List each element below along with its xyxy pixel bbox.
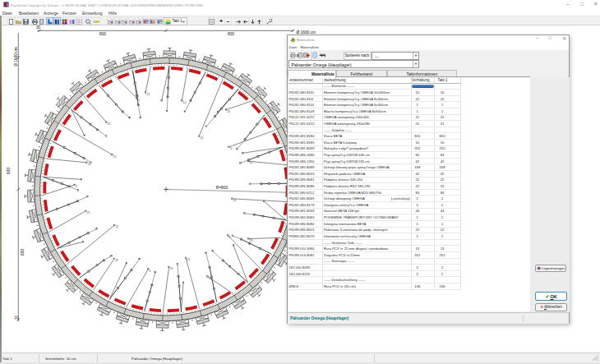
svg-text:30: 30 [36,25,41,30]
svg-text:21: 21 [200,136,203,140]
svg-text:800: 800 [228,32,234,36]
svg-text:5: 5 [138,99,140,102]
svg-text:12: 12 [249,161,252,164]
svg-text:25: 25 [170,267,173,270]
svg-text:5: 5 [150,270,151,273]
svg-text:25: 25 [250,239,253,242]
svg-text:800: 800 [7,168,11,174]
svg-text:25: 25 [227,110,230,113]
svg-text:R=800: R=800 [216,186,228,190]
svg-text:21: 21 [187,258,190,261]
svg-text:12: 12 [183,101,187,104]
svg-text:Ø 1600 cm: Ø 1600 cm [14,47,18,66]
svg-text:30: 30 [15,316,19,320]
svg-text:12: 12 [115,259,118,262]
svg-text:25: 25 [87,211,90,214]
svg-text:21: 21 [113,155,117,159]
svg-text:5: 5 [230,147,232,150]
svg-text:5: 5 [229,236,231,239]
svg-text:21: 21 [115,225,118,228]
svg-text:21: 21 [233,199,236,202]
svg-text:12: 12 [146,93,150,96]
svg-text:800: 800 [21,249,25,256]
svg-text:Ø 1600 cm: Ø 1600 cm [297,30,316,35]
svg-text:800: 800 [99,32,106,36]
svg-text:25: 25 [108,122,111,126]
svg-text:5: 5 [76,185,77,188]
